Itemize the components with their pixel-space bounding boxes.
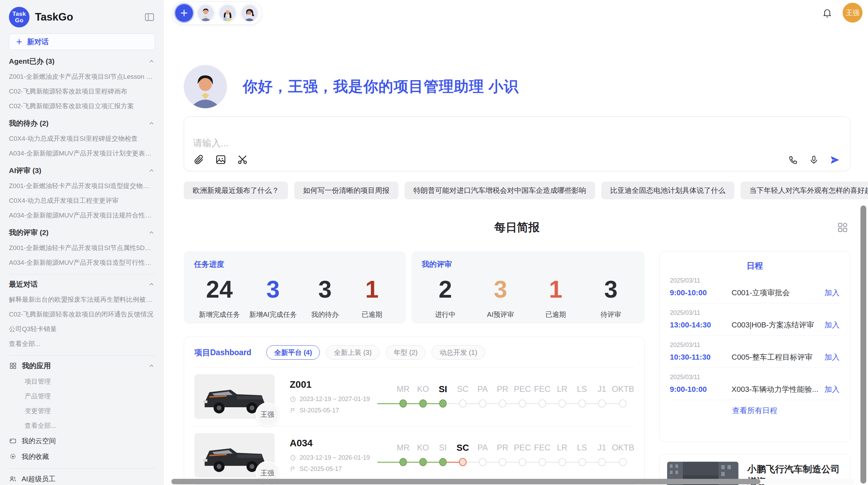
- project-dashboard-card: 项目Dashboard 全新平台 (4)全新上装 (3)年型 (2)动总开发 (…: [184, 337, 645, 485]
- stat-label: 新增完成任务: [199, 310, 240, 319]
- schedule-item: 2025/03/1113:00-14:30C003|H0B-方案冻结评审加入: [670, 303, 840, 336]
- suggestion-chip-5[interactable]: 当下年轻人对汽车外观有怎样的喜好趋势: [740, 182, 868, 199]
- milestone-label: LR: [552, 441, 572, 455]
- dashboard-filter[interactable]: 全新上装 (3): [326, 345, 379, 360]
- sidebar-item[interactable]: Z001-全新燃油皮卡产品开发项目SI节点Lesson Learn报告: [9, 69, 155, 84]
- schedule-time: 10:30-11:30: [670, 353, 732, 362]
- sidebar-item[interactable]: C02-飞腾新能源轻客改款项目里程碑画布: [9, 84, 155, 99]
- milestone-dot: [578, 458, 586, 466]
- schedule-card: 日程 2025/03/119:00-10:00C001-立项审批会加入2025/…: [659, 251, 850, 442]
- milestone-dot-row: [413, 455, 433, 470]
- sidebar-section-header-3[interactable]: 我的评审 (2): [9, 225, 155, 240]
- sidebar-item[interactable]: C0X4-动力总成开发项目工程变更评审: [9, 193, 155, 208]
- favorites-label: 我的收藏: [22, 452, 49, 461]
- recent-view-all[interactable]: 查看全部...: [9, 336, 155, 351]
- clock-icon: [290, 455, 296, 461]
- milestone-dot-row: [532, 396, 552, 411]
- project-flag-label: SC-2025-05-17: [300, 465, 342, 473]
- stat-label: 新增AI完成任务: [249, 310, 297, 319]
- schedule-join-link[interactable]: 加入: [824, 384, 840, 395]
- milestone-label: KO: [413, 441, 433, 455]
- milestone-dot: [539, 458, 546, 466]
- project-owner-badge: 王强: [255, 402, 279, 426]
- milestone-dot: [439, 399, 447, 408]
- milestone-dot-row: [393, 455, 413, 470]
- sidebar-section-header-2[interactable]: AI评审 (3): [9, 163, 155, 178]
- milestone-stub: [377, 382, 393, 411]
- my-apps-subitem[interactable]: 项目管理: [9, 374, 155, 389]
- voice-call-icon[interactable]: [788, 155, 798, 165]
- project-code: A034: [290, 438, 376, 449]
- sidebar-item[interactable]: Z001-全新燃油轻卡产品开发项目SI节点属性5D文件评审: [9, 240, 155, 255]
- horizontal-scrollbar-thumb[interactable]: [171, 479, 760, 484]
- app-logo-line2: Go: [15, 17, 24, 24]
- project-row[interactable]: 王强A0342023-12-19 ~ 2026-01-19SC-2025-05-…: [194, 426, 634, 484]
- daily-briefing-header: 每日简报: [184, 220, 850, 235]
- sidebar-item[interactable]: C02-飞腾新能源轻客改款项目立项汇报方案: [9, 99, 155, 113]
- send-icon[interactable]: [829, 154, 840, 165]
- chat-input[interactable]: [193, 138, 592, 149]
- milestone-dot: [578, 399, 586, 408]
- sidebar-collapse-icon[interactable]: [144, 12, 155, 23]
- schedule-join-link[interactable]: 加入: [824, 352, 840, 362]
- sidebar-section-header-0[interactable]: Agent已办 (3): [9, 53, 155, 69]
- chevron-up-icon: [148, 120, 155, 127]
- sidebar-item-favorites[interactable]: 我的收藏: [9, 449, 155, 464]
- milestone-dot: [419, 458, 427, 466]
- sidebar-item[interactable]: A034-全新新能源MUV产品开发项目造型可行性评审: [9, 255, 155, 270]
- vertical-scrollbar-thumb[interactable]: [860, 206, 866, 484]
- recent-chat-item[interactable]: 公司Q3轻卡销量: [9, 322, 155, 336]
- project-photo: 王强: [194, 433, 275, 477]
- schedule-join-link[interactable]: 加入: [824, 320, 840, 330]
- project-date-range: 2023-12-19 ~ 2026-01-19: [300, 454, 370, 461]
- divider: [9, 355, 155, 356]
- sidebar-item[interactable]: A034-全新新能源MUV产品开发项目法规符合性评审: [9, 208, 155, 223]
- sidebar-scroll-area: Agent已办 (3)Z001-全新燃油皮卡产品开发项目SI节点Lesson L…: [9, 53, 155, 485]
- milestone-chain: MRKOSISCPAPRPECFECLRLSJ1OKTB: [376, 441, 634, 470]
- dashboard-filter[interactable]: 动总开发 (1): [432, 345, 485, 360]
- milestone-label: OKTB: [612, 441, 634, 455]
- sidebar-item[interactable]: C0X4-动力总成开发项目SI里程碑提交物检查: [9, 131, 155, 146]
- main-area: 王强 你好，王强，我是你的项目管理助理 小识: [164, 0, 868, 485]
- milestone-label: LR: [552, 382, 572, 396]
- sidebar-section-header-1[interactable]: 我的待办 (2): [9, 115, 155, 131]
- dashboard-filter[interactable]: 年型 (2): [386, 345, 425, 360]
- suggestion-chip-1[interactable]: 欧洲新规最近颁布了什么？: [184, 182, 288, 199]
- my-apps-subitem[interactable]: 产品管理: [9, 389, 155, 403]
- dashboard-filter[interactable]: 全新平台 (4): [266, 345, 320, 360]
- milestone-dot-row: [413, 396, 433, 411]
- sidebar-item[interactable]: Z001-全新燃油轻卡产品开发项目SI造型提交物评审: [9, 178, 155, 193]
- new-chat-button[interactable]: 新对话: [9, 34, 155, 50]
- attach-image-icon[interactable]: [215, 154, 227, 165]
- sidebar-item[interactable]: A034-全新新能源MUV产品开发项目计划变更表编写: [9, 146, 155, 161]
- suggestion-chip-2[interactable]: 如何写一份清晰的项目周报: [294, 182, 398, 199]
- my-apps-subitem[interactable]: 查看全部...: [9, 418, 155, 433]
- my-apps-header[interactable]: 我的应用: [9, 358, 155, 374]
- microphone-icon[interactable]: [809, 155, 819, 165]
- suggestion-chip-3[interactable]: 特朗普可能对进口汽车增税会对中国车企造成哪些影响: [405, 182, 595, 199]
- sidebar-item-cloud-space[interactable]: 我的云空间: [9, 433, 155, 449]
- screenshot-scissors-icon[interactable]: [237, 154, 249, 165]
- milestone-pa: PA: [473, 382, 493, 411]
- milestone-dot: [619, 458, 627, 466]
- my-apps-subitem[interactable]: 变更管理: [9, 403, 155, 418]
- suggestion-chip-4[interactable]: 比亚迪全固态电池计划具体说了什么: [601, 182, 734, 199]
- recent-chat-item[interactable]: C02-飞腾新能源轻客改款项目的闭环通告反馈情况: [9, 307, 155, 322]
- sidebar-item-ai-staff[interactable]: AI超级员工: [9, 471, 155, 485]
- milestone-dot: [519, 399, 526, 408]
- schedule-join-link[interactable]: 加入: [824, 288, 840, 298]
- recent-chat-item[interactable]: 解释最新出台的欧盟报废车法规再生塑料比例被调至15%...: [9, 292, 155, 307]
- stat-item: 1已逾期: [537, 277, 575, 319]
- project-row[interactable]: 王强Z0012023-12-19 ~ 2027-01-19SI-2025-05-…: [194, 367, 634, 426]
- stat-label: 待评审: [592, 310, 630, 319]
- milestone-dot-row: [552, 396, 572, 411]
- attach-file-icon[interactable]: [193, 154, 205, 165]
- milestone-sc: SC: [453, 441, 473, 470]
- view-all-schedule-link[interactable]: 查看所有日程: [670, 406, 840, 416]
- horizontal-scrollbar: [169, 479, 854, 484]
- dashboard-header: 项目Dashboard 全新平台 (4)全新上装 (3)年型 (2)动总开发 (…: [194, 345, 634, 367]
- app-title: TaskGo: [35, 11, 138, 23]
- briefing-layout-icon[interactable]: [836, 221, 849, 234]
- recent-chats-header[interactable]: 最近对话: [9, 276, 155, 292]
- milestone-label: OKTB: [612, 382, 634, 396]
